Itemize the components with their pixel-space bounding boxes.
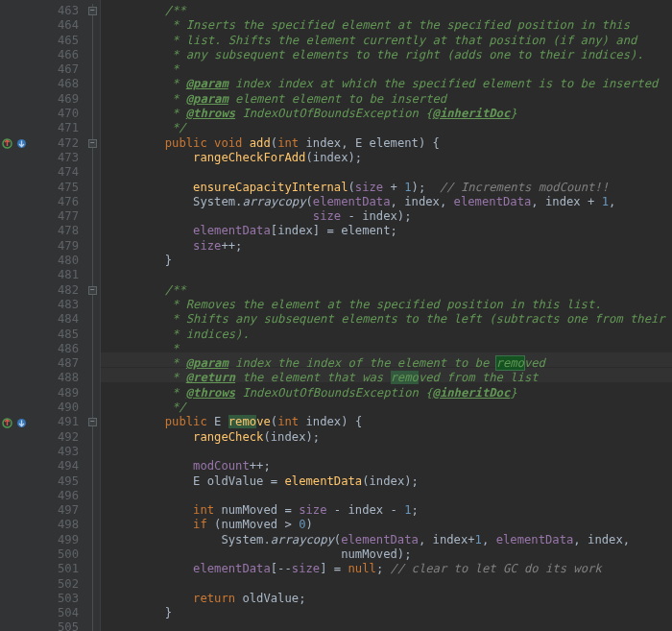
line-number[interactable]: 498: [29, 518, 86, 532]
code-line[interactable]: E oldValue = elementData(index);: [108, 474, 672, 489]
line-number[interactable]: 485: [29, 328, 86, 342]
code-line[interactable]: modCount++;: [108, 459, 672, 473]
line-number[interactable]: 466: [29, 48, 86, 62]
line-number[interactable]: 488: [29, 371, 86, 385]
line-number[interactable]: 476: [29, 195, 86, 209]
code-line[interactable]: * @return the element that was removed f…: [108, 371, 672, 385]
code-line[interactable]: [108, 445, 672, 459]
line-number[interactable]: 499: [29, 533, 86, 547]
line-number[interactable]: 501: [29, 562, 86, 576]
code-line[interactable]: size++;: [108, 239, 672, 254]
code-line[interactable]: [108, 165, 672, 180]
code-line[interactable]: public void add(int index, E element) {: [108, 136, 672, 151]
line-number[interactable]: 472: [29, 136, 86, 151]
code-line[interactable]: * Shifts any subsequent elements to the …: [108, 312, 672, 327]
code-line[interactable]: numMoved);: [108, 547, 672, 562]
fold-toggle[interactable]: [88, 139, 97, 148]
fold-toggle[interactable]: [88, 7, 97, 15]
line-number[interactable]: 480: [29, 254, 86, 268]
code-line[interactable]: int numMoved = size - index - 1;: [108, 503, 672, 518]
code-line[interactable]: System.arraycopy(elementData, index, ele…: [108, 195, 672, 209]
gutter-icon-strip: [0, 0, 29, 631]
line-number[interactable]: 502: [29, 577, 86, 592]
overrides-icon[interactable]: [16, 138, 27, 149]
code-area[interactable]: /** * Inserts the specified element at t…: [101, 0, 672, 631]
code-line[interactable]: return oldValue;: [108, 592, 672, 606]
line-number[interactable]: 500: [29, 547, 86, 562]
code-editor[interactable]: 4634644654664674684694704714724734744754…: [0, 0, 672, 631]
code-line[interactable]: */: [108, 121, 672, 135]
line-number[interactable]: 481: [29, 268, 86, 282]
line-number[interactable]: 490: [29, 400, 86, 415]
code-line[interactable]: * Inserts the specified element at the s…: [108, 18, 672, 33]
fold-toggle[interactable]: [88, 418, 97, 426]
line-number[interactable]: 469: [29, 92, 86, 107]
line-number[interactable]: 505: [29, 620, 86, 631]
code-line[interactable]: rangeCheckForAdd(index);: [108, 151, 672, 165]
line-number[interactable]: 497: [29, 503, 86, 518]
code-line[interactable]: * @param index index at which the specif…: [108, 77, 672, 91]
line-number[interactable]: 464: [29, 18, 86, 33]
code-line[interactable]: }: [108, 254, 672, 268]
line-number[interactable]: 479: [29, 239, 86, 254]
overrides-icon[interactable]: [16, 418, 27, 428]
code-line[interactable]: }: [108, 606, 672, 620]
line-number[interactable]: 467: [29, 62, 86, 77]
line-number[interactable]: 487: [29, 356, 86, 371]
fold-toggle[interactable]: [88, 286, 97, 295]
line-number[interactable]: 503: [29, 592, 86, 606]
code-line[interactable]: elementData[--size] = null; // clear to …: [108, 562, 672, 576]
code-line[interactable]: [108, 577, 672, 592]
line-number[interactable]: 492: [29, 430, 86, 445]
line-number[interactable]: 491: [29, 415, 86, 429]
line-number[interactable]: 484: [29, 312, 86, 327]
code-line[interactable]: /**: [108, 4, 672, 18]
line-number[interactable]: 493: [29, 445, 86, 459]
line-number[interactable]: 471: [29, 121, 86, 135]
search-hit: remo: [391, 371, 419, 384]
line-number[interactable]: 483: [29, 298, 86, 312]
implements-icon[interactable]: [2, 418, 12, 428]
line-number[interactable]: 473: [29, 151, 86, 165]
code-line[interactable]: [108, 489, 672, 503]
line-number[interactable]: 463: [29, 4, 86, 18]
fold-column[interactable]: [86, 0, 101, 631]
search-hit: remo: [228, 415, 256, 428]
code-line[interactable]: * Removes the element at the specified p…: [108, 298, 672, 312]
line-number-gutter[interactable]: 4634644654664674684694704714724734744754…: [29, 0, 86, 631]
line-number[interactable]: 486: [29, 342, 86, 356]
line-number[interactable]: 482: [29, 283, 86, 298]
code-line[interactable]: elementData[index] = element;: [108, 224, 672, 238]
code-line[interactable]: * @throws IndexOutOfBoundsException {@in…: [108, 386, 672, 400]
code-line[interactable]: ensureCapacityInternal(size + 1); // Inc…: [108, 181, 672, 195]
implements-icon[interactable]: [2, 138, 12, 149]
code-line[interactable]: size - index);: [108, 209, 672, 224]
line-number[interactable]: 496: [29, 489, 86, 503]
code-line[interactable]: [108, 620, 672, 631]
code-line[interactable]: [108, 268, 672, 282]
code-line[interactable]: * @throws IndexOutOfBoundsException {@in…: [108, 107, 672, 121]
line-number[interactable]: 494: [29, 459, 86, 473]
code-line[interactable]: if (numMoved > 0): [108, 518, 672, 532]
code-line[interactable]: * any subsequent elements to the right (…: [108, 48, 672, 62]
line-number[interactable]: 504: [29, 606, 86, 620]
code-line[interactable]: * indices).: [108, 328, 672, 342]
line-number[interactable]: 474: [29, 165, 86, 180]
code-line[interactable]: *: [108, 62, 672, 77]
line-number[interactable]: 468: [29, 77, 86, 91]
search-hit-current: remo: [496, 356, 524, 370]
line-number[interactable]: 477: [29, 209, 86, 224]
line-number[interactable]: 478: [29, 224, 86, 238]
line-number[interactable]: 470: [29, 107, 86, 121]
line-number[interactable]: 489: [29, 386, 86, 400]
code-line[interactable]: System.arraycopy(elementData, index+1, e…: [108, 533, 672, 547]
code-line[interactable]: */: [108, 400, 672, 415]
code-line[interactable]: rangeCheck(index);: [108, 430, 672, 445]
line-number[interactable]: 495: [29, 474, 86, 489]
code-line[interactable]: * list. Shifts the element currently at …: [108, 34, 672, 48]
code-line[interactable]: /**: [108, 283, 672, 298]
code-line[interactable]: public E remove(int index) {: [108, 415, 672, 429]
code-line[interactable]: * @param element element to be inserted: [108, 92, 672, 107]
line-number[interactable]: 465: [29, 34, 86, 48]
line-number[interactable]: 475: [29, 181, 86, 195]
